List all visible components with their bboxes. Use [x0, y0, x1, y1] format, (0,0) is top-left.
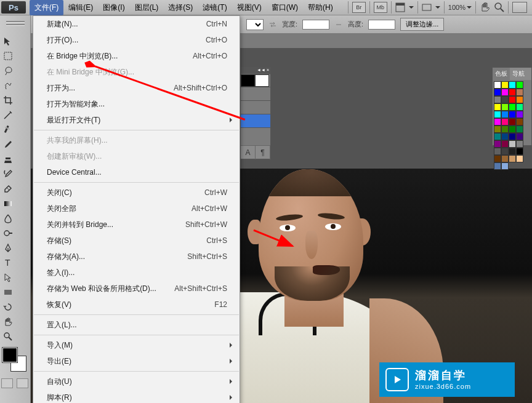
toolbox-handle[interactable]: [4, 19, 27, 28]
swatch[interactable]: [501, 140, 509, 148]
swatch[interactable]: [501, 126, 509, 133]
swatch[interactable]: [516, 155, 523, 162]
menu-item[interactable]: 自动(U): [33, 373, 240, 389]
menu-item[interactable]: 在 Bridge 中浏览(B)...Alt+Ctrl+O: [33, 48, 240, 64]
menu-help[interactable]: 帮助(H): [303, 0, 338, 15]
menu-select[interactable]: 选择(S): [163, 0, 198, 15]
swatch[interactable]: [501, 111, 509, 118]
swatch[interactable]: [509, 140, 516, 148]
swatch[interactable]: [501, 155, 509, 162]
menu-image[interactable]: 图像(I): [98, 0, 129, 15]
zoom-tool-icon[interactable]: [494, 2, 504, 12]
panel-row[interactable]: [241, 101, 270, 114]
eraser-tool[interactable]: [1, 182, 15, 196]
swatch[interactable]: [494, 81, 501, 89]
menu-item[interactable]: 打开为智能对象...: [33, 96, 240, 112]
swatch[interactable]: [494, 148, 501, 155]
minibridge-button[interactable]: Mb: [374, 2, 387, 13]
swatch[interactable]: [509, 96, 516, 103]
menu-item[interactable]: 最近打开文件(T): [33, 112, 240, 128]
swatch[interactable]: [516, 96, 523, 103]
swatch[interactable]: [501, 133, 509, 140]
path-selection-tool[interactable]: [1, 271, 15, 284]
panel-row-selected[interactable]: [241, 114, 270, 128]
swatch[interactable]: [494, 140, 501, 148]
type-tool[interactable]: T: [1, 256, 15, 269]
gradient-tool[interactable]: [1, 197, 15, 210]
clone-stamp-tool[interactable]: [1, 153, 15, 166]
swatch[interactable]: [509, 111, 516, 118]
swap-icon[interactable]: [268, 20, 277, 29]
color-picker[interactable]: [0, 346, 30, 376]
text-tab-icon[interactable]: A: [241, 146, 256, 159]
swatch[interactable]: [494, 162, 501, 170]
menu-window[interactable]: 窗口(W): [267, 0, 303, 15]
quick-selection-tool[interactable]: [1, 79, 15, 92]
menu-item[interactable]: 关闭(C)Ctrl+W: [33, 185, 240, 201]
swatch[interactable]: [501, 162, 509, 170]
menu-filter[interactable]: 滤镜(T): [198, 0, 232, 15]
swatch[interactable]: [509, 126, 516, 133]
link-icon[interactable]: [334, 20, 343, 29]
lasso-tool[interactable]: [1, 64, 15, 78]
panel-row[interactable]: [241, 87, 270, 101]
cs-live-button[interactable]: [512, 2, 527, 13]
blur-tool[interactable]: [1, 212, 15, 225]
foreground-color[interactable]: [2, 348, 17, 362]
chevron-down-icon[interactable]: [409, 5, 414, 10]
eyedropper-tool[interactable]: [1, 108, 15, 122]
swatch[interactable]: [509, 155, 516, 162]
swatch[interactable]: [501, 96, 509, 103]
swatch[interactable]: [494, 133, 501, 140]
menu-item[interactable]: 脚本(R): [33, 389, 240, 403]
menu-item[interactable]: 恢复(V)F12: [33, 297, 240, 313]
swatch[interactable]: [516, 133, 523, 140]
swatch[interactable]: [501, 81, 509, 89]
menu-file[interactable]: 文件(F): [30, 0, 63, 15]
height-input[interactable]: [368, 20, 395, 30]
crop-tool[interactable]: [1, 94, 15, 107]
swatch[interactable]: [509, 118, 516, 126]
swatch[interactable]: [509, 133, 516, 140]
menu-item[interactable]: 置入(L)...: [33, 317, 240, 333]
style-select[interactable]: [246, 19, 264, 30]
bridge-button[interactable]: Br: [352, 2, 366, 13]
hand-tool[interactable]: [1, 315, 15, 329]
screenmode-icon[interactable]: [422, 2, 432, 12]
swatch[interactable]: [516, 81, 523, 89]
menu-layer[interactable]: 图层(L): [130, 0, 164, 15]
layers-panel-collapsed[interactable]: ◄◄ × A ¶: [240, 67, 271, 159]
menu-item[interactable]: 签入(I)...: [33, 265, 240, 281]
swatch[interactable]: [501, 148, 509, 155]
rectangle-tool[interactable]: [1, 285, 15, 299]
menu-item[interactable]: 打开为...Alt+Shift+Ctrl+O: [33, 80, 240, 96]
menu-item[interactable]: 打开(O)...Ctrl+O: [33, 32, 240, 48]
history-brush-tool[interactable]: [1, 167, 15, 181]
swatch[interactable]: [516, 118, 523, 126]
swatch[interactable]: [509, 89, 516, 96]
pen-tool[interactable]: [1, 241, 15, 255]
quickmask-mode-button[interactable]: [17, 378, 28, 388]
refine-edge-button[interactable]: 调整边缘...: [400, 18, 444, 31]
panel-row[interactable]: [241, 74, 270, 87]
menu-item[interactable]: 存储(S)Ctrl+S: [33, 233, 240, 249]
menu-item[interactable]: 关闭全部Alt+Ctrl+W: [33, 201, 240, 217]
swatches-tab[interactable]: 色板: [493, 68, 510, 80]
menu-item[interactable]: 存储为 Web 和设备所用格式(D)...Alt+Shift+Ctrl+S: [33, 281, 240, 297]
menu-item[interactable]: Device Central...: [33, 164, 240, 180]
swatch[interactable]: [509, 103, 516, 111]
zoom-level[interactable]: 100%: [448, 4, 472, 11]
layout-icon[interactable]: [395, 2, 405, 12]
menu-item[interactable]: 关闭并转到 Bridge...Shift+Ctrl+W: [33, 217, 240, 233]
menu-edit[interactable]: 编辑(E): [63, 0, 98, 15]
swatch[interactable]: [494, 111, 501, 118]
swatch[interactable]: [494, 89, 501, 96]
brush-tool[interactable]: [1, 138, 15, 151]
menu-item[interactable]: 导出(E): [33, 353, 240, 369]
paragraph-tab-icon[interactable]: ¶: [256, 146, 270, 159]
menu-item[interactable]: 新建(N)...Ctrl+N: [33, 16, 240, 32]
swatch[interactable]: [494, 126, 501, 133]
zoom-tool[interactable]: [1, 330, 15, 343]
swatch[interactable]: [494, 103, 501, 111]
chevron-down-icon[interactable]: [435, 5, 440, 10]
